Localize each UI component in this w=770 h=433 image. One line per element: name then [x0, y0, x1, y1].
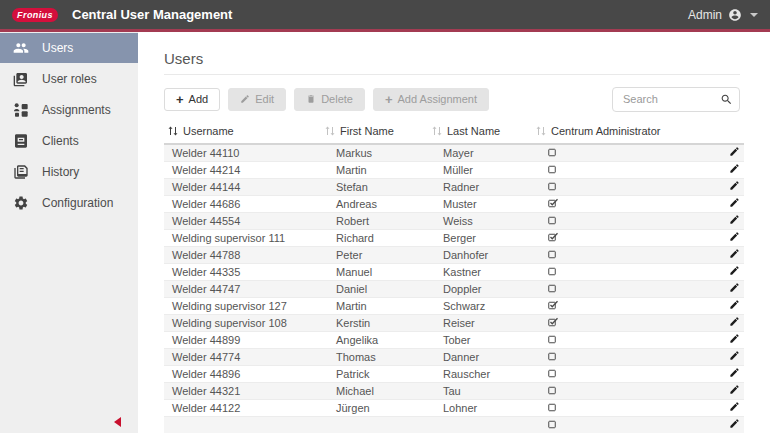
last-name-cell: Tober — [431, 331, 535, 348]
add-assignment-button[interactable]: + Add Assignment — [373, 88, 489, 111]
centrum-admin-checkbox[interactable] — [547, 214, 559, 226]
users-table: Username First Name Last Name Centrum Ad… — [164, 122, 744, 433]
centrum-admin-checkbox[interactable] — [547, 265, 559, 277]
sort-icon — [535, 125, 551, 137]
edit-row-icon[interactable] — [729, 316, 740, 327]
last-name-cell: Kastner — [431, 263, 535, 280]
table-row[interactable]: Welder 44554 Robert Weiss — [164, 212, 744, 229]
sidebar-item-clients[interactable]: Clients — [0, 126, 138, 156]
sidebar-item-user-roles[interactable]: User roles — [0, 64, 138, 94]
user-menu[interactable]: Admin — [688, 8, 758, 22]
edit-row-icon[interactable] — [729, 350, 740, 361]
centrum-admin-checkbox[interactable] — [547, 333, 559, 345]
last-name-cell: Schwarz — [431, 297, 535, 314]
delete-button[interactable]: Delete — [294, 88, 365, 111]
table-row[interactable]: Welder 44899 Angelika Tober — [164, 331, 744, 348]
sidebar-item-configuration[interactable]: Configuration — [0, 188, 138, 218]
table-row[interactable]: Welder 44110 Markus Mayer — [164, 144, 744, 161]
sidebar-item-label: Users — [42, 41, 73, 55]
column-header-last-name[interactable]: Last Name — [431, 122, 535, 144]
centrum-admin-checkbox[interactable] — [547, 163, 559, 175]
centrum-admin-checkbox[interactable] — [547, 401, 559, 413]
centrum-admin-checkbox[interactable] — [547, 180, 559, 192]
sort-icon — [324, 125, 340, 137]
first-name-cell: Markus — [324, 144, 431, 161]
last-name-cell: Tau — [431, 382, 535, 399]
table-row[interactable]: Welder 44686 Andreas Muster — [164, 195, 744, 212]
edit-row-icon[interactable] — [729, 265, 740, 276]
edit-row-icon[interactable] — [729, 367, 740, 378]
centrum-admin-cell — [535, 348, 706, 365]
history-icon — [13, 164, 29, 180]
edit-row-icon[interactable] — [729, 197, 740, 208]
sidebar-item-users[interactable]: Users — [0, 33, 138, 63]
centrum-admin-checkbox[interactable] — [547, 316, 559, 328]
search-icon[interactable] — [720, 93, 733, 106]
edit-row-icon[interactable] — [729, 299, 740, 310]
table-row[interactable]: Welding supervisor 127 Martin Schwarz — [164, 297, 744, 314]
centrum-admin-checkbox[interactable] — [547, 248, 559, 260]
edit-row-icon[interactable] — [729, 180, 740, 191]
centrum-admin-cell — [535, 246, 706, 263]
first-name-cell: Andreas — [324, 195, 431, 212]
centrum-admin-checkbox[interactable] — [547, 350, 559, 362]
sidebar-item-label: Assignments — [42, 103, 111, 117]
centrum-admin-checkbox[interactable] — [547, 367, 559, 379]
centrum-admin-checkbox[interactable] — [547, 384, 559, 396]
username-cell: Welder 44122 — [164, 399, 324, 416]
username-cell: Welder 44321 — [164, 382, 324, 399]
last-name-cell: Berger — [431, 229, 535, 246]
centrum-admin-checkbox[interactable] — [547, 418, 559, 430]
centrum-admin-checkbox[interactable] — [547, 197, 559, 209]
edit-row-icon[interactable] — [729, 333, 740, 344]
table-row[interactable]: Welder 44122 Jürgen Lohner — [164, 399, 744, 416]
centrum-admin-cell — [535, 280, 706, 297]
centrum-admin-checkbox[interactable] — [547, 282, 559, 294]
first-name-cell: Daniel — [324, 280, 431, 297]
sidebar-item-history[interactable]: History — [0, 157, 138, 187]
edit-row-icon[interactable] — [729, 248, 740, 259]
edit-button[interactable]: Edit — [228, 88, 286, 111]
edit-row-icon[interactable] — [729, 282, 740, 293]
username-cell: Welder 44144 — [164, 178, 324, 195]
table-row[interactable]: Welding supervisor 108 Kerstin Reiser — [164, 314, 744, 331]
table-header-row: Username First Name Last Name Centrum Ad… — [164, 122, 744, 144]
column-header-first-name[interactable]: First Name — [324, 122, 431, 144]
table-row[interactable]: Welder 44747 Daniel Doppler — [164, 280, 744, 297]
first-name-cell: Jürgen — [324, 399, 431, 416]
centrum-admin-cell — [535, 178, 706, 195]
table-row[interactable]: Welder 44774 Thomas Danner — [164, 348, 744, 365]
sidebar-item-assignments[interactable]: Assignments — [0, 95, 138, 125]
last-name-cell: Reiser — [431, 314, 535, 331]
edit-row-icon[interactable] — [729, 231, 740, 242]
edit-row-icon[interactable] — [729, 401, 740, 412]
chevron-down-icon — [750, 13, 758, 17]
table-row[interactable]: Welder 44896 Patrick Rauscher — [164, 365, 744, 382]
centrum-admin-checkbox[interactable] — [547, 146, 559, 158]
table-row[interactable]: Welder 44788 Peter Danhofer — [164, 246, 744, 263]
column-header-centrum-administrator[interactable]: Centrum Administrator — [535, 122, 706, 144]
table-row[interactable]: Welding supervisor 111 Richard Berger — [164, 229, 744, 246]
column-header-username[interactable]: Username — [164, 122, 324, 144]
clients-icon — [13, 133, 29, 149]
last-name-cell: Doppler — [431, 280, 535, 297]
edit-row-icon[interactable] — [729, 214, 740, 225]
centrum-admin-checkbox[interactable] — [547, 231, 559, 243]
add-button[interactable]: + Add — [164, 88, 220, 111]
edit-row-icon[interactable] — [729, 418, 740, 429]
table-row[interactable]: Welder 44214 Martin Müller — [164, 161, 744, 178]
table-row[interactable]: Welder 44335 Manuel Kastner — [164, 263, 744, 280]
first-name-cell: Peter — [324, 246, 431, 263]
sidebar-item-label: Clients — [42, 134, 79, 148]
table-row[interactable]: Welder 44321 Michael Tau — [164, 382, 744, 399]
sidebar-item-label: User roles — [42, 72, 97, 86]
edit-row-icon[interactable] — [729, 146, 740, 157]
first-name-cell: Patrick — [324, 365, 431, 382]
configuration-icon — [13, 195, 29, 211]
centrum-admin-checkbox[interactable] — [547, 299, 559, 311]
edit-row-icon[interactable] — [729, 163, 740, 174]
sidebar-collapse-icon[interactable] — [114, 417, 121, 427]
table-row[interactable] — [164, 416, 744, 433]
edit-row-icon[interactable] — [729, 384, 740, 395]
table-row[interactable]: Welder 44144 Stefan Radner — [164, 178, 744, 195]
